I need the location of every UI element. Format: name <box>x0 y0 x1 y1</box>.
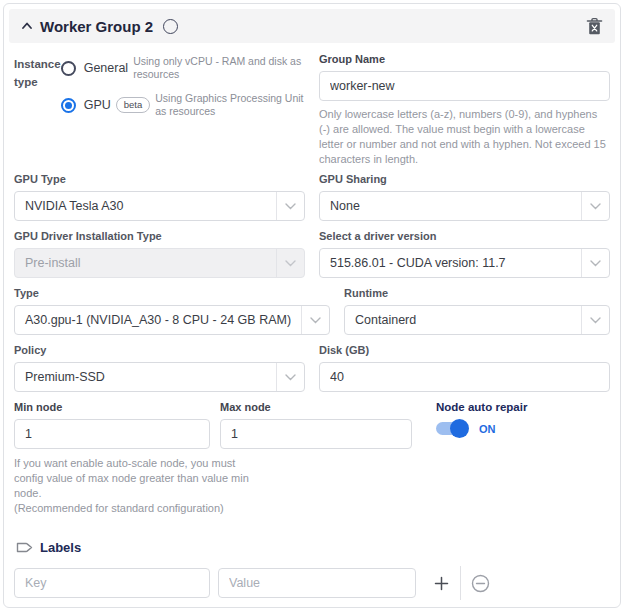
radio-checked-icon[interactable] <box>61 98 76 113</box>
chevron-down-icon <box>581 306 609 334</box>
disk-input[interactable] <box>319 362 610 392</box>
driver-install-label: GPU Driver Installation Type <box>14 230 305 242</box>
beta-badge: beta <box>116 97 151 113</box>
instance-type-option-general[interactable]: General Using only vCPU - RAM and disk a… <box>61 55 305 81</box>
node-auto-repair-state: ON <box>479 423 496 435</box>
status-circle-icon[interactable] <box>163 19 178 34</box>
label-value-input[interactable] <box>218 568 416 598</box>
label-key-input[interactable] <box>14 568 210 598</box>
driver-install-select: Pre-install <box>14 248 305 278</box>
trash-icon <box>586 17 603 36</box>
chevron-down-icon <box>301 306 329 334</box>
group-name-input[interactable] <box>319 71 610 101</box>
auto-scale-helper: If you want enable auto-scale node, you … <box>14 456 252 516</box>
remove-label-button[interactable] <box>467 570 493 596</box>
add-label-button[interactable] <box>428 570 454 596</box>
general-option-label: General <box>84 61 128 75</box>
disk-label: Disk (GB) <box>319 344 610 356</box>
worker-group-card: Worker Group 2 Instance type General Usi… <box>3 3 621 608</box>
label-tag-icon <box>16 540 33 555</box>
gpu-type-select[interactable]: NVIDIA Tesla A30 <box>14 191 305 221</box>
gpu-sharing-select[interactable]: None <box>319 191 610 221</box>
policy-label: Policy <box>14 344 305 356</box>
min-node-label: Min node <box>14 401 210 413</box>
chevron-down-icon <box>581 192 609 220</box>
instance-type-label: Instance type <box>14 53 61 167</box>
node-auto-repair-label: Node auto repair <box>436 401 610 413</box>
delete-worker-group-button[interactable] <box>586 17 603 36</box>
gpu-option-label: GPU <box>84 98 111 112</box>
driver-version-label: Select a driver version <box>319 230 610 242</box>
toggle-knob[interactable] <box>450 419 469 438</box>
min-node-input[interactable] <box>14 419 210 449</box>
runtime-select[interactable]: Containerd <box>344 305 610 335</box>
collapse-chevron-icon[interactable] <box>21 20 33 32</box>
max-node-label: Max node <box>220 401 412 413</box>
chevron-down-icon <box>276 363 304 391</box>
labels-section-title: Labels <box>40 540 81 555</box>
worker-group-title: Worker Group 2 <box>40 18 153 35</box>
group-name-helper: Only lowercase letters (a-z), numbers (0… <box>319 107 610 167</box>
worker-group-header[interactable]: Worker Group 2 <box>9 9 615 43</box>
policy-select[interactable]: Premium-SSD <box>14 362 305 392</box>
radio-unchecked-icon[interactable] <box>61 61 76 76</box>
divider <box>460 566 461 600</box>
runtime-label: Runtime <box>344 287 610 299</box>
type-label: Type <box>14 287 330 299</box>
general-option-description: Using only vCPU - RAM and disk as resour… <box>133 55 305 81</box>
group-name-label: Group Name <box>319 53 610 65</box>
gpu-type-label: GPU Type <box>14 173 305 185</box>
gpu-sharing-label: GPU Sharing <box>319 173 610 185</box>
chevron-down-icon <box>276 249 304 277</box>
driver-version-select[interactable]: 515.86.01 - CUDA version: 11.7 <box>319 248 610 278</box>
node-auto-repair-toggle[interactable] <box>436 422 466 435</box>
minus-circle-icon <box>471 574 490 593</box>
gpu-option-description: Using Graphics Processing Unit as resour… <box>155 92 305 118</box>
chevron-down-icon <box>581 249 609 277</box>
plus-icon <box>434 576 449 591</box>
instance-type-option-gpu[interactable]: GPU beta Using Graphics Processing Unit … <box>61 92 305 118</box>
max-node-input[interactable] <box>220 419 412 449</box>
chevron-down-icon <box>276 192 304 220</box>
type-select[interactable]: A30.gpu-1 (NVIDIA_A30 - 8 CPU - 24 GB RA… <box>14 305 330 335</box>
